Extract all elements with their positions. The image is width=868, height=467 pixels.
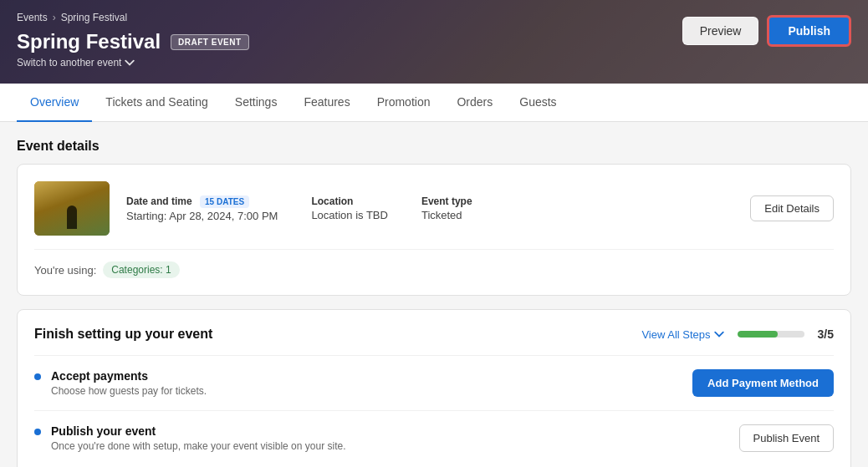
event-details-title: Event details xyxy=(17,139,851,154)
event-type-value: Ticketed xyxy=(421,209,472,221)
setup-dot xyxy=(34,373,41,380)
setup-item-publish: Publish your event Once you're done with… xyxy=(34,410,834,465)
categories-badge[interactable]: Categories: 1 xyxy=(103,261,179,278)
progress-text: 3/5 xyxy=(818,327,834,341)
event-type-label: Event type xyxy=(421,195,472,207)
draft-badge: DRAFT EVENT xyxy=(171,34,249,50)
setup-item-title: Accept payments xyxy=(51,369,207,383)
location-block: Location Location is TBD xyxy=(311,195,388,222)
location-label: Location xyxy=(311,195,388,207)
setup-item-payments: Accept payments Choose how guests pay fo… xyxy=(34,355,834,410)
setup-item-text-publish: Publish your event Once you're done with… xyxy=(51,424,345,452)
preview-button[interactable]: Preview xyxy=(682,17,759,45)
chevron-down-icon xyxy=(714,329,724,339)
tab-settings[interactable]: Settings xyxy=(222,84,291,122)
progress-bar-fill xyxy=(738,331,778,338)
view-all-steps[interactable]: View All Steps xyxy=(641,328,723,341)
tab-overview[interactable]: Overview xyxy=(17,84,92,122)
event-thumbnail xyxy=(34,181,110,236)
setup-card: Finish setting up your event View All St… xyxy=(17,309,851,467)
add-payment-button[interactable]: Add Payment Method xyxy=(692,369,834,397)
switch-event-label: Switch to another event xyxy=(17,57,121,69)
setup-item-left-publish: Publish your event Once you're done with… xyxy=(34,424,345,452)
event-meta: Date and time 15 DATES Starting: Apr 28,… xyxy=(126,195,750,222)
setup-item-desc: Choose how guests pay for tickets. xyxy=(51,385,207,397)
setup-item-desc-publish: Once you're done with setup, make your e… xyxy=(51,440,345,452)
setup-item-text: Accept payments Choose how guests pay fo… xyxy=(51,369,207,397)
chevron-down-icon xyxy=(125,58,135,68)
setup-item-title-publish: Publish your event xyxy=(51,424,345,438)
main-content: Event details Date and time 15 DATES Sta… xyxy=(0,122,868,467)
date-block: Date and time 15 DATES Starting: Apr 28,… xyxy=(126,195,278,222)
hero-actions: Preview Publish xyxy=(682,15,851,47)
tab-features[interactable]: Features xyxy=(290,84,363,122)
publish-event-button[interactable]: Publish Event xyxy=(739,424,835,452)
setup-item-left: Accept payments Choose how guests pay fo… xyxy=(34,369,207,397)
location-value: Location is TBD xyxy=(311,209,388,221)
event-thumb-inner xyxy=(34,181,110,236)
progress-bar xyxy=(738,331,804,338)
event-type-block: Event type Ticketed xyxy=(421,195,472,222)
you-using-label: You're using: xyxy=(34,264,96,277)
date-value: Starting: Apr 28, 2024, 7:00 PM xyxy=(126,210,278,222)
tab-tickets[interactable]: Tickets and Seating xyxy=(92,84,221,122)
setup-dot-publish xyxy=(34,429,41,435)
nav-tabs: Overview Tickets and Seating Settings Fe… xyxy=(0,84,868,122)
publish-button[interactable]: Publish xyxy=(767,15,851,47)
tab-orders[interactable]: Orders xyxy=(443,84,506,122)
date-label: Date and time 15 DATES xyxy=(126,195,278,208)
event-title: Spring Festival xyxy=(17,30,161,53)
breadcrumb-sep: › xyxy=(53,12,56,23)
tab-promotion[interactable]: Promotion xyxy=(364,84,444,122)
hero-banner: Events › Spring Festival Spring Festival… xyxy=(0,0,868,84)
setup-header-right: View All Steps 3/5 xyxy=(641,327,834,341)
event-details-row: Date and time 15 DATES Starting: Apr 28,… xyxy=(34,181,834,236)
setup-header: Finish setting up your event View All St… xyxy=(34,327,834,342)
tab-guests[interactable]: Guests xyxy=(506,84,569,122)
switch-event[interactable]: Switch to another event xyxy=(17,57,851,69)
breadcrumb-parent[interactable]: Events xyxy=(17,12,48,23)
dates-badge: 15 DATES xyxy=(200,195,249,208)
setup-title: Finish setting up your event xyxy=(34,327,212,342)
edit-details-button[interactable]: Edit Details xyxy=(750,195,834,221)
breadcrumb-current: Spring Festival xyxy=(61,12,127,23)
you-using-row: You're using: Categories: 1 xyxy=(34,249,834,278)
event-details-card: Date and time 15 DATES Starting: Apr 28,… xyxy=(17,164,851,296)
